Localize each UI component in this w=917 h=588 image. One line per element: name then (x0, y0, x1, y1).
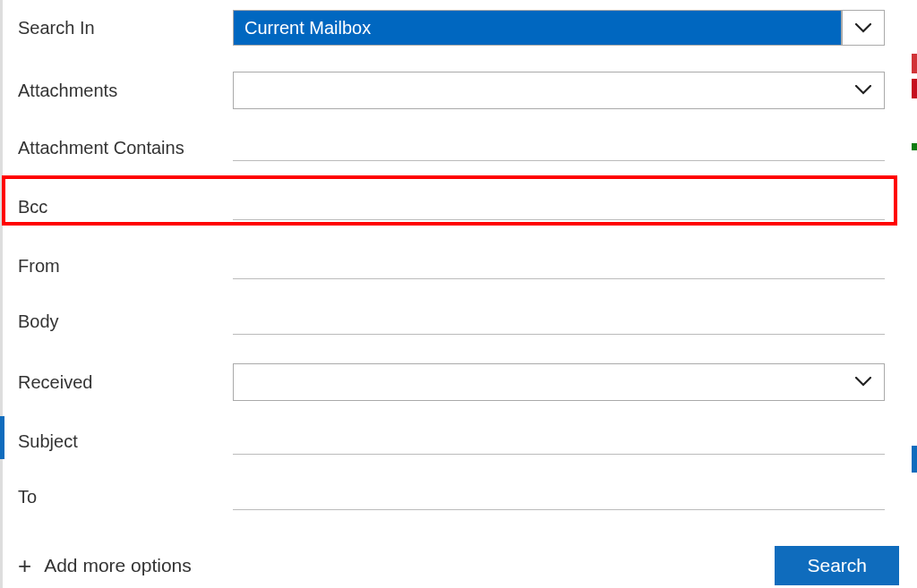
from-label: From (18, 256, 233, 277)
search-in-dropdown-toggle[interactable] (842, 10, 885, 46)
from-input[interactable] (233, 252, 885, 279)
footer-row: + Add more options Search (0, 535, 917, 585)
attachment-contains-row: Attachment Contains (0, 125, 917, 170)
edge-tick-blue (912, 446, 917, 473)
body-label: Body (18, 311, 233, 332)
to-input[interactable] (233, 483, 885, 510)
right-edge-marks (912, 0, 917, 588)
edge-tick-red (912, 54, 917, 73)
received-dropdown[interactable] (233, 363, 885, 401)
search-in-label: Search In (18, 18, 233, 38)
to-label: To (18, 487, 233, 507)
attachments-label: Attachments (18, 81, 233, 101)
received-label: Received (18, 372, 233, 393)
attachments-row: Attachments (0, 64, 917, 116)
subject-label: Subject (18, 431, 233, 452)
bcc-input[interactable] (233, 193, 885, 220)
search-in-selected-value: Current Mailbox (233, 10, 842, 46)
search-in-dropdown[interactable]: Current Mailbox (233, 10, 885, 46)
subject-row: Subject (0, 419, 917, 464)
body-input[interactable] (233, 308, 885, 335)
advanced-search-form: Search In Current Mailbox Attachments At… (0, 0, 917, 588)
search-button[interactable]: Search (775, 546, 899, 585)
attachments-dropdown[interactable] (233, 72, 885, 109)
add-more-options-label: Add more options (44, 555, 192, 576)
received-row: Received (0, 356, 917, 408)
bcc-label: Bcc (18, 197, 233, 217)
to-row: To (0, 474, 917, 519)
chevron-down-icon (855, 374, 871, 390)
add-more-options-button[interactable]: + Add more options (18, 554, 192, 577)
chevron-down-icon (855, 82, 871, 98)
edge-tick-darkred (912, 79, 917, 98)
body-row: Body (0, 299, 917, 344)
edge-tick-green (912, 143, 917, 150)
from-row: From (0, 243, 917, 288)
search-in-row: Search In Current Mailbox (0, 9, 917, 54)
chevron-down-icon (855, 23, 871, 33)
plus-icon: + (18, 554, 31, 577)
bcc-row: Bcc (0, 184, 917, 229)
subject-input[interactable] (233, 428, 885, 455)
attachment-contains-input[interactable] (233, 134, 885, 161)
attachment-contains-label: Attachment Contains (18, 138, 233, 158)
